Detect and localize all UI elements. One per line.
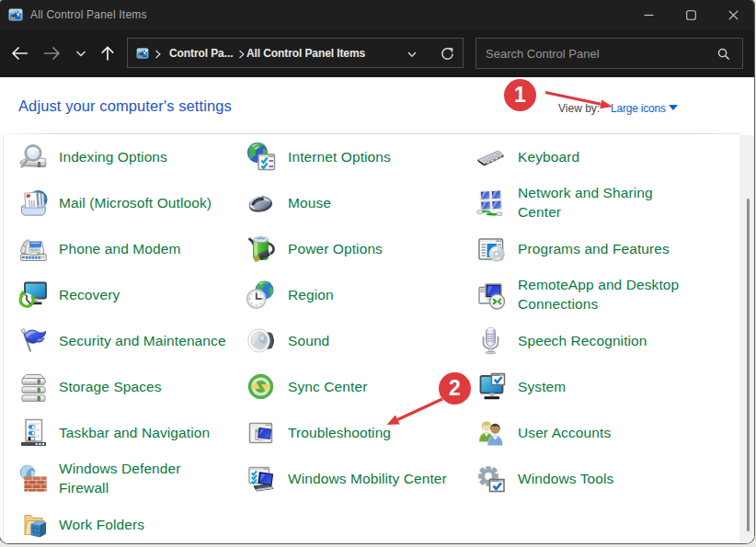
windows-mobility-center-icon — [246, 463, 276, 494]
control-panel-item[interactable]: Windows Tools — [475, 462, 613, 495]
arrow-right-icon — [41, 43, 62, 63]
navigation-bar: Control Pa... All Control Panel Items — [0, 29, 754, 77]
item-label[interactable]: System — [518, 377, 566, 396]
arrow-up-icon — [97, 43, 118, 63]
control-panel-item[interactable]: RemoteApp and Desktop Connections — [475, 278, 688, 311]
troubleshooting-icon — [246, 417, 276, 448]
search-icon[interactable] — [717, 48, 730, 61]
breadcrumb-all-control-panel-items[interactable]: All Control Panel Items — [246, 47, 365, 60]
annotation-arrow-1 — [543, 87, 616, 113]
chevron-down-icon — [74, 47, 87, 60]
item-label[interactable]: Speech Recognition — [518, 331, 647, 350]
control-panel-item[interactable]: Programs and Features — [475, 232, 670, 265]
region-icon — [246, 279, 276, 310]
item-label[interactable]: Recovery — [59, 285, 120, 304]
close-button[interactable] — [712, 0, 754, 29]
control-panel-item[interactable]: Security and Maintenance — [18, 324, 226, 357]
item-label[interactable]: Storage Spaces — [59, 377, 162, 396]
mail-icon — [18, 188, 49, 218]
control-panel-item[interactable]: Sync Center — [246, 370, 367, 403]
control-panel-item[interactable]: Indexing Options — [18, 140, 167, 173]
item-label[interactable]: Windows Defender Firewall — [59, 459, 215, 497]
close-icon — [728, 10, 739, 20]
control-panel-item[interactable]: Phone and Modem — [18, 232, 180, 265]
keyboard-icon — [475, 142, 506, 172]
control-panel-item[interactable]: System — [475, 370, 566, 403]
arrow-left-icon — [10, 43, 30, 63]
phone-and-modem-icon — [18, 234, 49, 264]
recent-locations-button[interactable] — [69, 41, 93, 65]
forward-button[interactable] — [40, 41, 63, 65]
item-label[interactable]: Network and Sharing Center — [518, 183, 670, 222]
item-label[interactable]: Security and Maintenance — [59, 331, 226, 350]
triangle-down-icon[interactable] — [669, 105, 678, 110]
item-label[interactable]: Region — [288, 285, 334, 304]
search-input[interactable] — [476, 39, 742, 68]
item-label[interactable]: Indexing Options — [59, 147, 167, 166]
item-label[interactable]: Programs and Features — [518, 239, 670, 258]
item-label[interactable]: User Accounts — [518, 423, 611, 442]
breadcrumb-control-panel[interactable]: Control Pa... — [169, 47, 233, 60]
indexing-options-icon — [18, 142, 49, 172]
mouse-icon — [246, 188, 276, 218]
chevron-right-icon[interactable] — [237, 50, 246, 59]
windows-defender-firewall-icon — [18, 463, 49, 494]
control-panel-item[interactable]: Internet Options — [246, 140, 391, 173]
control-panel-item[interactable]: Region — [246, 278, 334, 311]
control-panel-item[interactable]: Storage Spaces — [18, 370, 162, 403]
control-panel-item[interactable]: Speech Recognition — [475, 324, 647, 357]
item-label[interactable]: Keyboard — [518, 147, 579, 166]
address-dropdown-icon[interactable] — [406, 48, 418, 61]
user-accounts-icon — [475, 417, 506, 448]
control-panel-item[interactable]: Troubleshooting — [246, 416, 391, 449]
item-label[interactable]: Mail (Microsoft Outlook) — [59, 193, 212, 212]
maximize-icon — [686, 10, 696, 20]
item-label[interactable]: Sound — [288, 331, 329, 350]
item-label[interactable]: RemoteApp and Desktop Connections — [518, 275, 688, 313]
recovery-icon — [18, 279, 49, 310]
scrollbar-track[interactable] — [739, 135, 754, 543]
view-by-dropdown[interactable]: Large icons — [611, 102, 666, 115]
item-label[interactable]: Work Folders — [59, 515, 144, 534]
control-panel-item[interactable]: Windows Mobility Center — [246, 462, 447, 495]
control-panel-item[interactable]: Power Options — [246, 232, 383, 265]
minimize-icon — [644, 10, 654, 20]
control-panel-item[interactable]: Taskbar and Navigation — [18, 416, 210, 449]
up-button[interactable] — [96, 41, 120, 65]
item-label[interactable]: Phone and Modem — [59, 239, 180, 258]
control-panel-item[interactable]: Windows Defender Firewall — [18, 462, 215, 495]
item-label[interactable]: Windows Mobility Center — [288, 469, 447, 488]
item-label[interactable]: Power Options — [288, 239, 383, 258]
item-label[interactable]: Internet Options — [288, 147, 391, 166]
scrollbar-thumb[interactable] — [747, 199, 750, 531]
item-label[interactable]: Sync Center — [288, 377, 367, 396]
address-bar[interactable]: Control Pa... All Control Panel Items — [127, 38, 464, 68]
control-panel-item[interactable]: Keyboard — [475, 140, 579, 173]
annotation-step-1-number: 1 — [514, 83, 526, 108]
chevron-right-icon[interactable] — [154, 50, 162, 59]
control-panel-item[interactable]: Recovery — [18, 278, 120, 311]
back-button[interactable] — [8, 41, 32, 65]
control-panel-item[interactable]: Sound — [246, 324, 329, 357]
item-label[interactable]: Windows Tools — [518, 469, 613, 488]
maximize-button[interactable] — [670, 0, 712, 29]
internet-options-icon — [246, 142, 276, 172]
taskbar-and-navigation-icon — [18, 417, 49, 448]
minimize-button[interactable] — [627, 0, 670, 29]
sound-icon — [246, 325, 276, 356]
control-panel-item[interactable]: Network and Sharing Center — [475, 186, 670, 219]
item-label[interactable]: Mouse — [288, 193, 331, 212]
control-panel-item[interactable]: User Accounts — [475, 416, 611, 449]
sync-center-icon — [246, 371, 276, 402]
speech-recognition-icon — [475, 325, 506, 356]
control-panel-breadcrumb-icon — [136, 48, 149, 59]
control-panel-item[interactable]: Mail (Microsoft Outlook) — [18, 186, 212, 219]
annotation-step-2-number: 2 — [449, 376, 461, 401]
window-title: All Control Panel Items — [30, 8, 147, 21]
control-panel-item[interactable]: Work Folders — [18, 507, 144, 541]
control-panel-item[interactable]: Mouse — [246, 186, 331, 219]
power-options-icon — [246, 234, 276, 264]
item-label[interactable]: Troubleshooting — [288, 423, 391, 442]
item-label[interactable]: Taskbar and Navigation — [59, 423, 210, 442]
refresh-icon[interactable] — [439, 45, 456, 63]
